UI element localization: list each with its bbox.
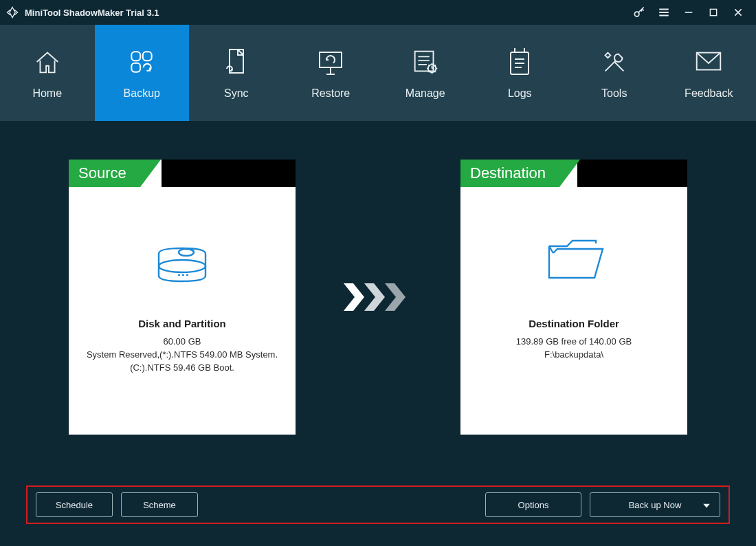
tools-icon (599, 46, 630, 78)
caret-down-icon (703, 500, 710, 510)
key-icon[interactable] (627, 0, 652, 25)
window-close-icon[interactable] (726, 0, 751, 25)
svg-rect-5 (320, 52, 342, 67)
options-button[interactable]: Options (485, 492, 581, 517)
backup-icon (126, 46, 157, 78)
scheme-button[interactable]: Scheme (121, 492, 198, 517)
nav-item-manage[interactable]: Manage (378, 25, 473, 121)
home-icon (32, 46, 63, 78)
bottom-toolbar: Schedule Scheme Options Back up Now (26, 485, 730, 524)
restore-icon (314, 46, 347, 78)
source-size: 60.00 GB (69, 336, 296, 347)
nav-item-logs[interactable]: Logs (473, 25, 568, 121)
window-maximize-icon[interactable] (701, 0, 726, 25)
manage-icon (410, 46, 441, 78)
window-minimize-icon[interactable] (676, 0, 701, 25)
svg-rect-2 (132, 52, 141, 61)
source-tab-label: Source (69, 160, 140, 187)
svg-point-0 (634, 12, 639, 17)
destination-path: F:\backupdata\ (460, 349, 687, 360)
menu-icon[interactable] (652, 0, 676, 25)
destination-tab-label: Destination (460, 160, 559, 187)
nav-item-feedback[interactable]: Feedback (662, 25, 757, 121)
sync-icon (223, 46, 250, 78)
nav-label: Restore (311, 87, 350, 100)
svg-rect-6 (414, 52, 433, 72)
source-card[interactable]: Source Disk and Partition 60.00 GB Syste… (69, 160, 296, 435)
destination-card[interactable]: Destination Destination Folder 139.89 GB… (460, 160, 687, 435)
nav-label: Tools (601, 87, 627, 100)
source-heading: Disk and Partition (69, 318, 296, 329)
main-content: Source Disk and Partition 60.00 GB Syste… (0, 121, 756, 546)
app-logo-icon (5, 6, 19, 19)
nav-item-sync[interactable]: Sync (189, 25, 284, 121)
backup-now-label: Back up Now (629, 500, 682, 510)
nav-label: Feedback (685, 87, 733, 100)
nav-label: Backup (124, 87, 160, 100)
nav-item-tools[interactable]: Tools (567, 25, 662, 121)
schedule-button[interactable]: Schedule (36, 492, 113, 517)
nav-item-backup[interactable]: Backup (95, 25, 190, 121)
titlebar: MiniTool ShadowMaker Trial 3.1 (0, 0, 756, 25)
nav-label: Manage (405, 87, 445, 100)
svg-rect-3 (143, 52, 152, 61)
disk-icon (69, 215, 296, 304)
nav-item-home[interactable]: Home (0, 25, 95, 121)
source-detail-1: System Reserved,(*:).NTFS 549.00 MB Syst… (69, 349, 296, 360)
nav-item-restore[interactable]: Restore (284, 25, 379, 121)
source-detail-2: (C:).NTFS 59.46 GB Boot. (69, 362, 296, 373)
source-tab: Source (69, 160, 140, 187)
backup-now-button[interactable]: Back up Now (590, 492, 720, 517)
destination-heading: Destination Folder (460, 318, 687, 329)
destination-free: 139.89 GB free of 140.00 GB (460, 336, 687, 347)
svg-rect-4 (132, 63, 141, 72)
feedback-icon (693, 46, 724, 78)
destination-tab: Destination (460, 160, 559, 187)
svg-point-10 (159, 260, 205, 272)
window-title: MiniTool ShadowMaker Trial 3.1 (25, 8, 159, 18)
nav-label: Home (32, 87, 62, 100)
nav-label: Sync (224, 87, 249, 100)
svg-rect-1 (710, 9, 716, 15)
main-nav: Home Backup Sync Restore Manage Logs T (0, 25, 756, 121)
nav-label: Logs (508, 87, 532, 100)
arrows-icon (344, 160, 412, 435)
logs-icon (505, 46, 534, 78)
folder-icon (460, 215, 687, 304)
